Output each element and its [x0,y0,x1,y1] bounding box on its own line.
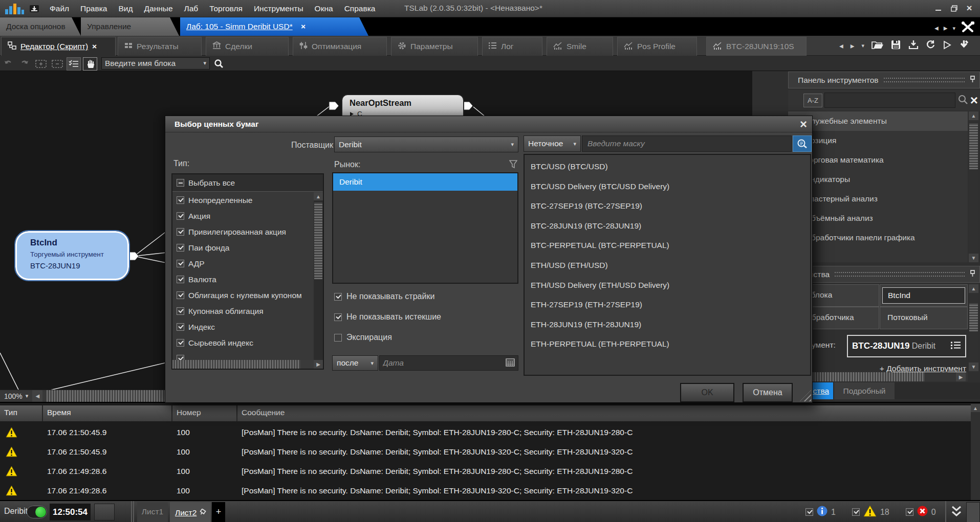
log-col-time[interactable]: Время [47,408,71,417]
instrument-item[interactable]: ETH-28JUN19 (ETH-28JUN19) [525,315,810,335]
tab-log[interactable]: Лог [482,37,542,56]
props-scrollbar[interactable]: ▲ ▼ [969,284,978,371]
group-select-icon[interactable] [34,57,48,71]
instrument-item[interactable]: ETH-PERPETUAL (ETH-PERPETUAL) [525,334,810,354]
hide-expired-option[interactable]: Не показывать истекшие [334,312,441,322]
checklist-icon[interactable] [67,57,81,71]
market-item-selected[interactable]: Deribit [333,173,517,191]
select-all-item[interactable]: Выбрать все [172,174,323,192]
tab-close-icon[interactable]: × [301,22,306,31]
type-hscroll-thumb[interactable] [172,360,300,369]
hide-strikes-option[interactable]: Не показывать страйки [334,292,434,301]
instrument-selector[interactable]: BTC-28JUN19 Deribit [847,335,966,357]
log-col-type[interactable]: Тип [4,408,17,417]
play-icon[interactable] [943,40,952,52]
search-icon[interactable] [212,57,226,71]
collapse-log-icon[interactable] [950,504,963,521]
instrument-item[interactable]: BTC/USD Delivery (BTC/USD Delivery) [525,177,810,197]
toolbox-category-volume[interactable]: Объёмный анализ [788,209,968,228]
scroll-down-icon[interactable]: ▼ [969,254,978,262]
tab-btc-chart[interactable]: BTC-28JUN19:10S [706,37,807,56]
prop-handler-value-cell[interactable]: Потоковый [880,307,968,329]
type-scroll-thumb[interactable] [314,202,322,279]
pin-icon[interactable] [200,508,206,517]
log-row[interactable]: 17.06 21:49:28.6 100 [PosMan] There is n… [0,462,980,481]
instrument-item[interactable]: ETH/USD (ETH/USD) [525,256,810,276]
scroll-right-icon[interactable]: ▶ [314,360,323,369]
instrument-list-icon[interactable] [951,341,961,351]
toolbox-scrollbar[interactable]: ▲ ▼ [969,111,978,262]
menu-data[interactable]: Данные [139,0,179,17]
panel-grip[interactable] [835,272,965,277]
match-mode-combobox[interactable]: Неточное ▾ [524,135,581,152]
scroll-down-icon[interactable]: ▼ [969,362,978,371]
scroll-up-icon[interactable]: ▲ [969,284,978,293]
select-all-checkbox[interactable] [177,179,184,187]
type-item[interactable]: Валюта [172,271,313,287]
after-combobox[interactable]: после ▾ [332,355,378,371]
pin-icon[interactable] [970,76,979,85]
import-icon[interactable] [908,40,919,52]
az-sort-button[interactable]: A-Z [803,94,822,107]
date-input[interactable] [383,358,485,368]
mask-input[interactable] [582,135,792,152]
toolbox-category-position[interactable]: Позиция [788,131,968,150]
tab-optimization[interactable]: Оптимизация [293,37,387,56]
scroll-up-icon[interactable]: ▲ [971,404,980,412]
type-item[interactable]: Неопределенные [172,192,313,208]
expiration-checkbox[interactable] [334,334,342,342]
tab-smile[interactable]: Smile [547,37,613,56]
type-item[interactable]: Акция [172,208,313,224]
toolbox-category-service[interactable]: Служебные элементы [788,111,968,131]
toolbox-header[interactable]: Панель инструментов [788,72,980,88]
date-field[interactable] [379,355,518,371]
menu-view[interactable]: Вид [113,0,138,17]
panel-grip[interactable] [884,78,965,82]
ungroup-select-icon[interactable] [50,57,64,71]
block-name-input[interactable]: BtcInd [882,287,965,304]
tabs-list-icon[interactable]: ▾ [952,25,955,32]
nav-more-icon[interactable]: ▾ [862,42,865,49]
instrument-item[interactable]: ETH/USD Delivery (ETH/USD Delivery) [525,276,810,296]
instrument-item[interactable]: BTC/USD (BTC/USD) [525,157,810,177]
scroll-left-icon[interactable]: ◀ [32,390,42,402]
close-toolbox-icon[interactable]: × [970,94,978,107]
tabs-forward-icon[interactable]: ▸ [944,24,948,33]
log-col-num[interactable]: Номер [177,408,201,417]
status-blank-button[interactable] [94,504,115,520]
search-button[interactable] [793,135,812,152]
editor-tab-close-icon[interactable]: × [92,42,97,51]
hide-expired-checkbox[interactable] [334,313,342,321]
download-icon[interactable] [959,40,969,52]
tab-options-board[interactable]: Доска опционов [0,17,81,36]
ok-button[interactable]: OK [680,383,734,402]
instrument-item[interactable]: BTC-27SEP19 (BTC-27SEP19) [525,196,810,216]
props-scroll-thumb[interactable] [969,303,978,331]
log-col-msg[interactable]: Сообщение [242,408,285,417]
connection-toggle[interactable] [27,506,47,518]
tab-script-management[interactable]: Управление скриптами [81,17,179,36]
menu-help[interactable]: Справка [339,0,381,17]
minimize-button[interactable] [931,3,946,14]
type-item[interactable]: Привилегированная акция [172,224,313,240]
menu-lab[interactable]: Лаб [179,0,204,17]
log-row[interactable]: 17.06 21:50:45.9 100 [PosMan] There is n… [0,423,980,442]
sheet-tab-1[interactable]: Лист1 [137,502,168,522]
tab-results[interactable]: Результаты [118,37,202,56]
zoom-control[interactable]: 100% ▾ [0,390,32,402]
expiration-option[interactable]: Экспирация [334,333,392,342]
redo-icon[interactable] [17,57,32,71]
add-sheet-button[interactable]: + [212,502,225,522]
pin-icon[interactable] [970,270,979,279]
restore-button[interactable] [946,3,962,14]
tab-pos-profile[interactable]: Pos Profile [617,37,697,56]
dialog-title-bar[interactable]: Выбор ценных бумаг × [165,116,812,132]
block-name-combobox[interactable]: Введите имя блока ▾ [101,57,210,70]
type-item[interactable]: Сырьевой индекс [172,335,313,351]
toolbox-category-trade-math[interactable]: Торговая математика [788,150,968,170]
toolbox-category-chart-handlers[interactable]: Обработчики панели графика [788,228,968,247]
pan-hand-icon[interactable] [83,57,97,71]
instrument-item[interactable]: BTC-PERPETUAL (BTC-PERPETUAL) [525,236,810,256]
log-scrollbar[interactable]: ▲ [971,404,980,501]
tab-deals[interactable]: Сделки [206,37,289,56]
